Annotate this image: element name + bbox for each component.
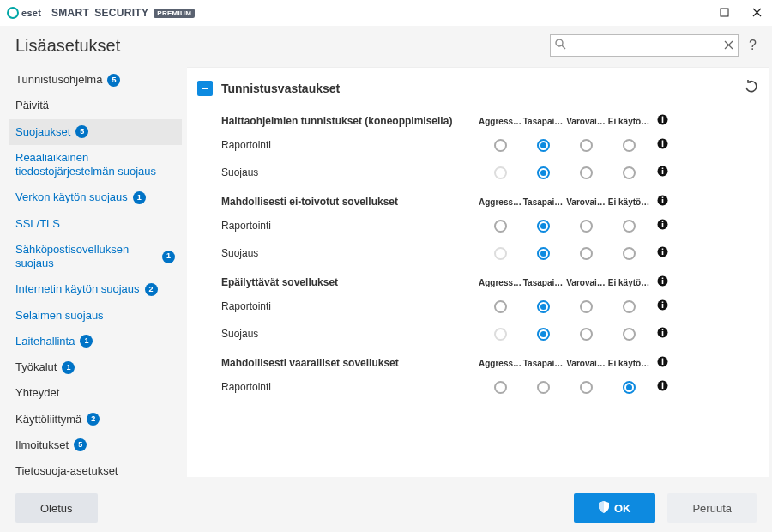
info-icon[interactable] <box>650 138 674 152</box>
sidebar-item-label: Internetin käytön suojaus <box>15 282 140 296</box>
svg-rect-23 <box>661 223 663 227</box>
sidebar-item-0[interactable]: Tunnistusohjelma5 <box>9 67 182 93</box>
group-header: Mahdollisesti ei-toivotut sovelluksetAgg… <box>197 186 758 212</box>
radio-option[interactable] <box>623 220 636 233</box>
search-input[interactable] <box>550 34 739 57</box>
info-icon[interactable] <box>650 219 674 233</box>
sidebar-item-label: Sähköpostisovelluksen suojaus <box>15 243 157 271</box>
section-header: Tunnistusvastaukset <box>197 76 758 106</box>
cancel-button[interactable]: Peruuta <box>667 493 757 523</box>
option-label: Suojaus <box>221 247 479 259</box>
clear-search-icon[interactable] <box>724 39 733 52</box>
info-icon[interactable] <box>650 114 674 128</box>
radio-option[interactable] <box>537 328 550 341</box>
svg-rect-17 <box>661 170 663 174</box>
sidebar-item-7[interactable]: Internetin käytön suojaus2 <box>9 276 182 302</box>
sidebar-item-12[interactable]: Käyttöliittymä2 <box>9 407 182 432</box>
radio-option[interactable] <box>537 166 550 179</box>
info-icon[interactable] <box>650 275 674 289</box>
default-button[interactable]: Oletus <box>15 493 98 523</box>
info-icon[interactable] <box>650 246 674 260</box>
svg-rect-35 <box>661 331 663 336</box>
svg-text:eset: eset <box>21 8 41 18</box>
svg-line-6 <box>562 45 565 49</box>
help-icon[interactable]: ? <box>749 38 757 53</box>
radio-option[interactable] <box>623 328 636 341</box>
sidebar-item-5[interactable]: SSL/TLS <box>9 211 182 237</box>
titlebar: eset SMART SECURITY PREMIUM <box>0 0 772 26</box>
group-header: Epäilyttävät sovelluksetAggress…Tasapai…… <box>197 267 758 293</box>
undo-icon[interactable] <box>745 80 758 97</box>
sidebar-item-13[interactable]: Ilmoitukset5 <box>9 432 182 458</box>
column-header: Aggress… <box>479 359 522 368</box>
svg-rect-41 <box>661 384 663 389</box>
radio-option[interactable] <box>537 381 550 394</box>
group-header: Haittaohjelmien tunnistukset (koneoppimi… <box>197 106 758 131</box>
svg-rect-26 <box>661 251 663 255</box>
column-header: Varovai… <box>564 117 607 126</box>
option-label: Raportointi <box>221 300 479 312</box>
sidebar-badge: 2 <box>145 283 158 296</box>
radio-option[interactable] <box>580 166 593 179</box>
column-header: Aggress… <box>479 278 522 287</box>
column-header: Varovai… <box>564 359 607 368</box>
radio-option[interactable] <box>494 381 507 394</box>
svg-rect-20 <box>661 199 663 203</box>
radio-option[interactable] <box>580 139 593 152</box>
radio-option[interactable] <box>580 247 593 260</box>
sidebar-item-10[interactable]: Työkalut1 <box>9 354 182 380</box>
sidebar-item-1[interactable]: Päivitä <box>9 93 182 118</box>
sidebar-item-6[interactable]: Sähköpostisovelluksen suojaus1 <box>9 237 182 277</box>
radio-option[interactable] <box>623 381 636 394</box>
column-header: Varovai… <box>564 278 607 287</box>
section-title: Tunnistusvastaukset <box>221 82 340 95</box>
sidebar-badge: 5 <box>107 74 120 87</box>
sidebar-item-label: Ilmoitukset <box>15 438 69 452</box>
option-label: Raportointi <box>221 220 479 232</box>
radio-option[interactable] <box>537 139 550 152</box>
sidebar-item-9[interactable]: Laitehallinta1 <box>9 329 182 354</box>
radio-option[interactable] <box>537 300 550 313</box>
svg-rect-24 <box>661 221 663 223</box>
radio-option[interactable] <box>537 247 550 260</box>
sidebar-item-label: Reaaliaikainen tiedostojärjestelmän suoj… <box>15 151 175 179</box>
sidebar-item-3[interactable]: Reaaliaikainen tiedostojärjestelmän suoj… <box>9 145 182 185</box>
radio-option[interactable] <box>537 220 550 233</box>
radio-option[interactable] <box>580 328 593 341</box>
ok-button[interactable]: OK <box>574 493 656 523</box>
radio-option[interactable] <box>623 247 636 260</box>
close-icon[interactable] <box>748 5 765 21</box>
radio-option[interactable] <box>580 300 593 313</box>
radio-option[interactable] <box>494 300 507 313</box>
info-icon[interactable] <box>650 195 674 209</box>
svg-rect-33 <box>661 302 663 304</box>
radio-option[interactable] <box>580 220 593 233</box>
svg-rect-36 <box>661 329 663 331</box>
svg-rect-32 <box>661 304 663 308</box>
radio-option[interactable] <box>494 139 507 152</box>
column-header: Tasapai… <box>522 278 564 287</box>
sidebar-item-8[interactable]: Selaimen suojaus <box>9 303 182 329</box>
info-icon[interactable] <box>650 299 674 313</box>
sidebar-item-2[interactable]: Suojaukset5 <box>9 119 182 145</box>
radio-option <box>494 328 507 341</box>
radio-option[interactable] <box>623 166 636 179</box>
sidebar-item-14[interactable]: Tietosuoja-asetukset <box>9 458 182 482</box>
info-icon[interactable] <box>650 166 674 179</box>
option-row: Suojaus <box>197 320 758 348</box>
group-header: Mahdollisesti vaaralliset sovelluksetAgg… <box>197 348 758 373</box>
sidebar-item-11[interactable]: Yhteydet <box>9 380 182 406</box>
sidebar-badge: 1 <box>162 251 175 263</box>
sidebar-item-4[interactable]: Verkon käytön suojaus1 <box>9 184 182 210</box>
collapse-icon[interactable] <box>197 81 213 96</box>
radio-option[interactable] <box>494 220 507 233</box>
info-icon[interactable] <box>650 380 674 394</box>
radio-option[interactable] <box>623 300 636 313</box>
info-icon[interactable] <box>650 356 674 370</box>
radio-option <box>494 247 507 260</box>
radio-option[interactable] <box>580 381 593 394</box>
radio-option <box>494 166 507 179</box>
info-icon[interactable] <box>650 327 674 341</box>
maximize-icon[interactable] <box>715 5 733 21</box>
radio-option[interactable] <box>623 139 636 152</box>
